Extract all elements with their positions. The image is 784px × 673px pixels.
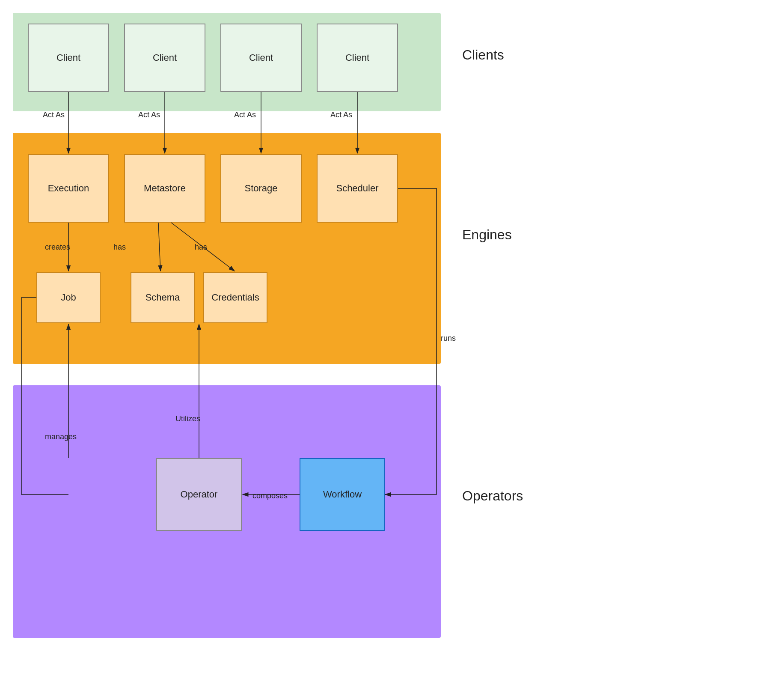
act-as-label-4: Act As bbox=[330, 110, 352, 119]
client-box-2: Client bbox=[124, 24, 205, 92]
act-as-label-3: Act As bbox=[234, 110, 256, 119]
execution-box: Execution bbox=[28, 154, 109, 223]
client-box-4: Client bbox=[317, 24, 398, 92]
metastore-box: Metastore bbox=[124, 154, 205, 223]
act-as-label-1: Act As bbox=[43, 110, 65, 119]
utilizes-label: Utilizes bbox=[175, 414, 200, 423]
operators-label: Operators bbox=[462, 488, 523, 504]
client-box-1: Client bbox=[28, 24, 109, 92]
client-box-3: Client bbox=[220, 24, 302, 92]
has-label-1: has bbox=[113, 243, 126, 252]
clients-label: Clients bbox=[462, 47, 504, 63]
diagram-container: Clients Engines Operators Client Client … bbox=[0, 0, 784, 673]
workflow-box: Workflow bbox=[300, 458, 385, 531]
credentials-box: Credentials bbox=[203, 272, 267, 323]
operator-box: Operator bbox=[156, 458, 242, 531]
manages-label: manages bbox=[45, 432, 77, 441]
has-label-2: has bbox=[195, 243, 207, 252]
job-box: Job bbox=[36, 272, 101, 323]
engines-label: Engines bbox=[462, 227, 512, 243]
composes-label: composes bbox=[252, 491, 288, 500]
storage-box: Storage bbox=[220, 154, 302, 223]
act-as-label-2: Act As bbox=[138, 110, 160, 119]
runs-label: runs bbox=[441, 334, 456, 343]
creates-label: creates bbox=[45, 243, 70, 252]
scheduler-box: Scheduler bbox=[317, 154, 398, 223]
schema-box: Schema bbox=[131, 272, 195, 323]
